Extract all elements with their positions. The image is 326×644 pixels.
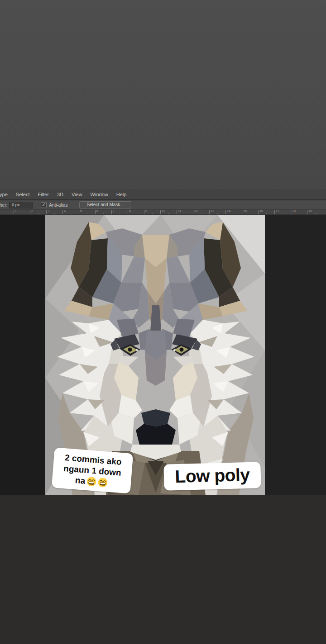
menu-filter[interactable]: Filter xyxy=(34,192,53,197)
ruler-tick: 5 xyxy=(79,210,96,214)
feather-input[interactable]: 0 px xyxy=(9,202,33,208)
ruler-tick: 4 xyxy=(62,210,79,214)
ruler-tick: 9 xyxy=(144,210,161,214)
workspace xyxy=(0,215,326,495)
ruler-tick: 1 xyxy=(14,210,30,214)
menu-type[interactable]: Type xyxy=(0,192,12,197)
horizontal-ruler: 12345678910111213141516171819 xyxy=(0,210,326,215)
workspace-background-left xyxy=(0,215,45,495)
menu-view[interactable]: View xyxy=(67,192,86,197)
ruler-tick: 18 xyxy=(291,210,307,214)
photoshop-menubar: Type Select Filter 3D View Window Help xyxy=(0,189,326,200)
ruler-tick: 8 xyxy=(128,210,144,214)
menu-select[interactable]: Select xyxy=(12,192,34,197)
ruler-tick: 12 xyxy=(193,210,210,214)
beaming-face-emoji-icon xyxy=(97,477,108,488)
workspace-background-right xyxy=(265,215,326,495)
story-text-sticker-1: 2 commis ako ngaun 1 down na xyxy=(52,447,133,493)
ruler-tick: 14 xyxy=(225,210,242,214)
ruler-tick: 15 xyxy=(242,210,259,214)
ruler-tick: 2 xyxy=(30,210,47,214)
anti-alias-label: Anti-alias xyxy=(49,203,67,208)
menu-help[interactable]: Help xyxy=(112,192,131,197)
ruler-tick: 7 xyxy=(111,210,128,214)
ruler-tick: 17 xyxy=(274,210,291,214)
ruler-tick: 6 xyxy=(95,210,112,214)
sticker1-line3: na xyxy=(75,475,86,487)
ruler-tick: 19 xyxy=(307,210,324,214)
sticker2-text: Low poly xyxy=(175,465,250,486)
top-empty-area xyxy=(0,0,326,189)
tool-options-bar: Feather: 0 px ✓ Anti-alias Select and Ma… xyxy=(0,200,326,210)
anti-alias-checkbox[interactable]: ✓ xyxy=(41,202,47,208)
feather-label: Feather: xyxy=(0,203,7,208)
bottom-empty-area xyxy=(0,495,326,644)
menu-3d[interactable]: 3D xyxy=(53,192,67,197)
ruler-tick: 10 xyxy=(160,210,177,214)
ruler-tick: 3 xyxy=(46,210,63,214)
beaming-face-emoji-icon xyxy=(86,476,97,487)
story-text-sticker-2: Low poly xyxy=(163,462,261,491)
ruler-tick: 11 xyxy=(177,210,193,214)
menu-window[interactable]: Window xyxy=(86,192,112,197)
ruler-tick: 16 xyxy=(258,210,275,214)
select-and-mask-button[interactable]: Select and Mask... xyxy=(79,201,131,208)
ruler-tick: 13 xyxy=(209,210,226,214)
